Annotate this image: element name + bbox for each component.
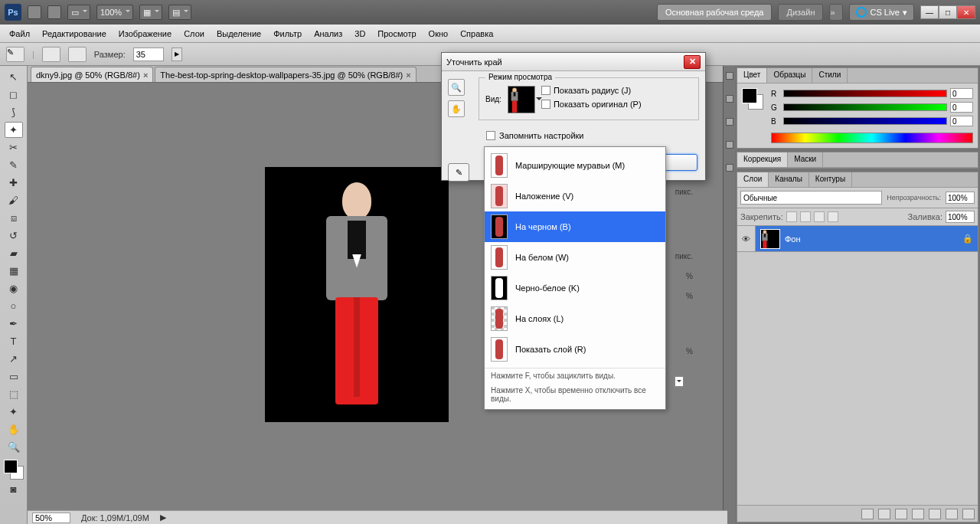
view-option[interactable]: Показать слой (R) bbox=[485, 334, 665, 365]
brush-preset-icon[interactable] bbox=[42, 47, 60, 62]
menu-3D[interactable]: 3D bbox=[348, 26, 371, 41]
link-layers-icon[interactable] bbox=[861, 509, 874, 519]
mask-icon[interactable] bbox=[895, 509, 907, 519]
menu-Слои[interactable]: Слои bbox=[178, 26, 211, 41]
lock-position-icon[interactable] bbox=[800, 211, 811, 222]
lock-full-icon[interactable] bbox=[828, 211, 838, 222]
3d-tool-icon[interactable]: ⬚ bbox=[5, 386, 23, 402]
move-tool-icon[interactable]: ↖ bbox=[5, 69, 23, 85]
layer-row[interactable]: 👁 Фон 🔒 bbox=[737, 226, 978, 252]
type-tool-icon[interactable]: T bbox=[5, 333, 23, 349]
r-slider[interactable] bbox=[783, 90, 947, 97]
b-slider[interactable] bbox=[783, 117, 947, 125]
document-tab[interactable]: dkny9.jpg @ 50% (RGB/8#)× bbox=[31, 67, 153, 82]
panel-tab[interactable]: Каналы bbox=[769, 172, 809, 187]
panel-tab[interactable]: Контуры bbox=[809, 172, 852, 187]
menu-Редактирование[interactable]: Редактирование bbox=[36, 26, 113, 41]
workspace-design[interactable]: Дизайн bbox=[778, 4, 823, 21]
document-tab[interactable]: The-best-top-spring-desktop-wallpapers-3… bbox=[155, 67, 416, 82]
tool-preset-icon[interactable]: ✎ bbox=[6, 47, 24, 62]
eraser-tool-icon[interactable]: ▰ bbox=[5, 245, 23, 261]
menu-Файл[interactable]: Файл bbox=[3, 26, 36, 41]
dodge-tool-icon[interactable]: ○ bbox=[5, 298, 23, 314]
minimize-button[interactable]: — bbox=[920, 5, 939, 19]
show-radius-checkbox[interactable]: Показать радиус (J) bbox=[541, 86, 642, 95]
view-option[interactable]: Черно-белое (K) bbox=[485, 273, 665, 303]
healing-tool-icon[interactable]: ✚ bbox=[5, 175, 23, 191]
dock-icon[interactable] bbox=[726, 95, 733, 103]
blend-mode-dropdown[interactable]: Обычные bbox=[740, 191, 882, 205]
group-icon[interactable] bbox=[929, 509, 941, 519]
refine-brush-icon[interactable]: ✎ bbox=[448, 163, 469, 182]
pen-tool-icon[interactable]: ✒ bbox=[5, 316, 23, 332]
bridge-icon[interactable] bbox=[28, 5, 41, 19]
lock-pixels-icon[interactable] bbox=[786, 211, 797, 222]
eyedropper-tool-icon[interactable]: ✎ bbox=[5, 157, 23, 173]
cslive-button[interactable]: CS Live ▾ bbox=[849, 4, 914, 21]
view-option[interactable]: На белом (W) bbox=[485, 242, 665, 273]
color-swatches[interactable] bbox=[4, 460, 24, 480]
menu-Фильтр[interactable]: Фильтр bbox=[267, 26, 308, 41]
brush-size-input[interactable] bbox=[133, 47, 164, 61]
workspace-more[interactable]: » bbox=[829, 4, 843, 21]
crop-tool-icon[interactable]: ✂ bbox=[5, 139, 23, 156]
panel-tab[interactable]: Слои bbox=[737, 172, 769, 187]
minibridge-icon[interactable] bbox=[47, 5, 61, 19]
new-layer-icon[interactable] bbox=[946, 509, 958, 519]
dock-icon[interactable] bbox=[726, 118, 733, 126]
zoom-tool-icon[interactable]: 🔍 bbox=[5, 439, 23, 455]
status-zoom-input[interactable] bbox=[32, 513, 70, 523]
marquee-tool-icon[interactable]: ◻ bbox=[5, 87, 23, 103]
tab-close-icon[interactable]: × bbox=[406, 70, 410, 80]
remember-checkbox[interactable] bbox=[486, 131, 495, 140]
dialog-titlebar[interactable]: Уточнить край ✕ bbox=[442, 53, 705, 71]
dock-icon[interactable] bbox=[726, 72, 733, 80]
lock-all-icon[interactable] bbox=[814, 211, 825, 222]
workspace-essentials[interactable]: Основная рабочая среда bbox=[657, 4, 773, 21]
quick-mask-icon[interactable]: ◙ bbox=[5, 481, 23, 497]
menu-Окно[interactable]: Окно bbox=[423, 26, 455, 41]
brush-size-arrow[interactable]: ▶ bbox=[172, 47, 182, 61]
b-input[interactable] bbox=[950, 116, 973, 126]
arrange-dropdown[interactable]: ▦ bbox=[139, 5, 162, 20]
history-brush-tool-icon[interactable]: ↺ bbox=[5, 228, 23, 244]
view-option[interactable]: На черном (B) bbox=[485, 211, 665, 242]
opacity-input[interactable] bbox=[946, 192, 975, 204]
delete-icon[interactable] bbox=[962, 509, 975, 519]
blur-tool-icon[interactable]: ◉ bbox=[5, 280, 23, 296]
hand-tool-icon[interactable]: ✋ bbox=[5, 421, 23, 437]
hand-tool-icon[interactable]: ✋ bbox=[448, 100, 465, 117]
shape-tool-icon[interactable]: ▭ bbox=[5, 368, 23, 385]
show-original-checkbox[interactable]: Показать оригинал (P) bbox=[541, 100, 642, 109]
extras-dropdown[interactable]: ▤ bbox=[168, 5, 191, 20]
visibility-icon[interactable]: 👁 bbox=[737, 226, 756, 251]
menu-Выделение[interactable]: Выделение bbox=[211, 26, 267, 41]
zoom-dropdown[interactable]: 100% bbox=[96, 5, 133, 20]
dialog-close-button[interactable]: ✕ bbox=[684, 55, 701, 69]
view-option[interactable]: На слоях (L) bbox=[485, 303, 665, 334]
menu-Справка[interactable]: Справка bbox=[454, 26, 499, 41]
view-option[interactable]: Марширующие муравьи (M) bbox=[485, 150, 665, 181]
fill-input[interactable] bbox=[946, 211, 975, 223]
view-mode-dropdown[interactable] bbox=[508, 86, 535, 113]
status-arrow-icon[interactable]: ▶ bbox=[160, 513, 166, 522]
output-dropdown[interactable] bbox=[675, 376, 684, 387]
stamp-tool-icon[interactable]: ⧇ bbox=[5, 210, 23, 226]
adjustment-icon[interactable] bbox=[912, 509, 924, 519]
dock-icon[interactable] bbox=[726, 164, 733, 172]
spectrum-bar[interactable] bbox=[771, 133, 973, 143]
brush-panel-icon[interactable] bbox=[68, 47, 87, 62]
panel-tab[interactable]: Образцы bbox=[767, 68, 812, 83]
gradient-tool-icon[interactable]: ▦ bbox=[5, 263, 23, 279]
lasso-tool-icon[interactable]: ⟆ bbox=[5, 104, 23, 120]
menu-Изображение[interactable]: Изображение bbox=[113, 26, 178, 41]
fx-icon[interactable] bbox=[878, 509, 890, 519]
tab-close-icon[interactable]: × bbox=[143, 70, 148, 80]
panel-color-swatch[interactable] bbox=[742, 88, 763, 110]
panel-tab[interactable]: Стили bbox=[812, 68, 848, 83]
zoom-tool-icon[interactable]: 🔍 bbox=[448, 79, 465, 96]
layer-thumbnail[interactable] bbox=[760, 229, 780, 249]
close-button[interactable]: ✕ bbox=[957, 5, 975, 19]
g-input[interactable] bbox=[950, 102, 973, 113]
maximize-button[interactable]: □ bbox=[939, 5, 957, 19]
